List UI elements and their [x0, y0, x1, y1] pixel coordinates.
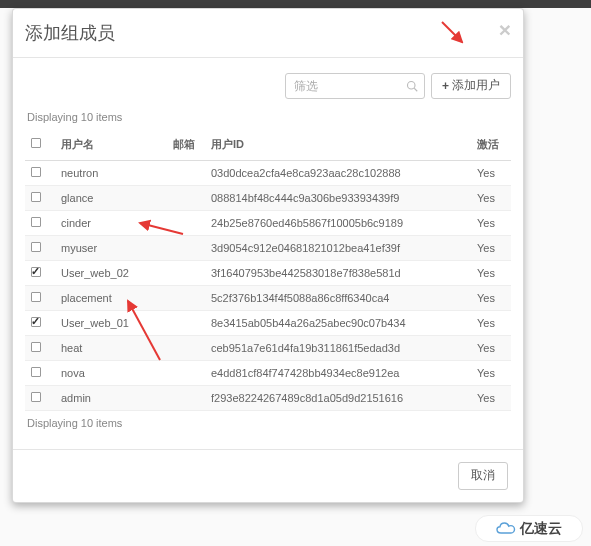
cell-active: Yes — [471, 335, 511, 360]
cell-username: nova — [55, 360, 167, 385]
displaying-count-bottom: Displaying 10 items — [25, 417, 511, 429]
add-user-button[interactable]: + 添加用户 — [431, 73, 511, 99]
col-header-username[interactable]: 用户名 — [55, 129, 167, 161]
cell-active: Yes — [471, 285, 511, 310]
plus-icon: + — [442, 79, 449, 93]
cell-userid: 03d0dcea2cfa4e8ca923aac28c102888 — [205, 160, 471, 185]
close-button[interactable]: × — [499, 19, 511, 40]
cell-email — [167, 210, 205, 235]
add-group-members-modal: 添加组成员 × + 添加用户 Displaying 10 items — [12, 8, 524, 503]
users-table: 用户名 邮箱 用户ID 激活 neutron03d0dcea2cfa4e8ca9… — [25, 129, 511, 411]
col-header-email[interactable]: 邮箱 — [167, 129, 205, 161]
cell-userid: f293e8224267489c8d1a05d9d2151616 — [205, 385, 471, 410]
cell-email — [167, 360, 205, 385]
cell-userid: e4dd81cf84f747428bb4934ec8e912ea — [205, 360, 471, 385]
cell-active: Yes — [471, 260, 511, 285]
svg-line-1 — [414, 88, 417, 91]
cell-userid: 088814bf48c444c9a306be93393439f9 — [205, 185, 471, 210]
table-body: neutron03d0dcea2cfa4e8ca923aac28c102888Y… — [25, 160, 511, 410]
cell-username: admin — [55, 385, 167, 410]
row-checkbox[interactable] — [31, 192, 41, 202]
cell-username: User_web_02 — [55, 260, 167, 285]
cell-active: Yes — [471, 310, 511, 335]
table-row[interactable]: glance088814bf48c444c9a306be93393439f9Ye… — [25, 185, 511, 210]
cell-active: Yes — [471, 385, 511, 410]
filter-wrap — [285, 73, 425, 99]
select-all-checkbox[interactable] — [31, 138, 41, 148]
table-header-row: 用户名 邮箱 用户ID 激活 — [25, 129, 511, 161]
add-user-label: 添加用户 — [452, 77, 500, 94]
cell-username: cinder — [55, 210, 167, 235]
table-row[interactable]: placement5c2f376b134f4f5088a86c8ff6340ca… — [25, 285, 511, 310]
cell-username: glance — [55, 185, 167, 210]
cell-email — [167, 185, 205, 210]
cell-username: neutron — [55, 160, 167, 185]
cell-userid: 3f16407953be442583018e7f838e581d — [205, 260, 471, 285]
cancel-button[interactable]: 取消 — [458, 462, 508, 490]
cell-userid: 8e3415ab05b44a26a25abec90c07b434 — [205, 310, 471, 335]
modal-body: + 添加用户 Displaying 10 items 用户名 邮箱 用户ID 激… — [13, 58, 523, 449]
row-checkbox[interactable] — [31, 217, 41, 227]
table-row[interactable]: neutron03d0dcea2cfa4e8ca923aac28c102888Y… — [25, 160, 511, 185]
cell-active: Yes — [471, 210, 511, 235]
row-checkbox[interactable] — [31, 292, 41, 302]
cell-userid: 5c2f376b134f4f5088a86c8ff6340ca4 — [205, 285, 471, 310]
cell-email — [167, 310, 205, 335]
row-checkbox[interactable] — [31, 392, 41, 402]
table-row[interactable]: User_web_023f16407953be442583018e7f838e5… — [25, 260, 511, 285]
cell-email — [167, 335, 205, 360]
watermark-text: 亿速云 — [520, 520, 562, 538]
cell-username: myuser — [55, 235, 167, 260]
toolbar: + 添加用户 — [25, 73, 511, 99]
table-row[interactable]: adminf293e8224267489c8d1a05d9d2151616Yes — [25, 385, 511, 410]
cell-userid: 24b25e8760ed46b5867f10005b6c9189 — [205, 210, 471, 235]
cell-email — [167, 235, 205, 260]
col-header-userid[interactable]: 用户ID — [205, 129, 471, 161]
table-row[interactable]: cinder24b25e8760ed46b5867f10005b6c9189Ye… — [25, 210, 511, 235]
col-header-active[interactable]: 激活 — [471, 129, 511, 161]
cell-email — [167, 385, 205, 410]
search-icon — [406, 80, 418, 92]
cell-username: heat — [55, 335, 167, 360]
row-checkbox[interactable] — [31, 317, 41, 327]
table-row[interactable]: myuser3d9054c912e04681821012bea41ef39fYe… — [25, 235, 511, 260]
cell-email — [167, 260, 205, 285]
cell-active: Yes — [471, 185, 511, 210]
top-bar — [0, 0, 591, 8]
table-row[interactable]: novae4dd81cf84f747428bb4934ec8e912eaYes — [25, 360, 511, 385]
cell-username: User_web_01 — [55, 310, 167, 335]
displaying-count-top: Displaying 10 items — [25, 111, 511, 123]
cell-email — [167, 160, 205, 185]
cell-active: Yes — [471, 235, 511, 260]
row-checkbox[interactable] — [31, 267, 41, 277]
row-checkbox[interactable] — [31, 367, 41, 377]
row-checkbox[interactable] — [31, 167, 41, 177]
cell-username: placement — [55, 285, 167, 310]
filter-input[interactable] — [285, 73, 425, 99]
row-checkbox[interactable] — [31, 342, 41, 352]
cell-userid: 3d9054c912e04681821012bea41ef39f — [205, 235, 471, 260]
svg-point-0 — [407, 81, 415, 89]
cell-active: Yes — [471, 160, 511, 185]
cloud-icon — [496, 522, 516, 536]
table-row[interactable]: User_web_018e3415ab05b44a26a25abec90c07b… — [25, 310, 511, 335]
row-checkbox[interactable] — [31, 242, 41, 252]
col-header-checkbox — [25, 129, 55, 161]
modal-header: 添加组成员 × — [13, 9, 523, 58]
modal-footer: 取消 — [13, 449, 523, 502]
cell-userid: ceb951a7e61d4fa19b311861f5edad3d — [205, 335, 471, 360]
cell-email — [167, 285, 205, 310]
table-row[interactable]: heatceb951a7e61d4fa19b311861f5edad3dYes — [25, 335, 511, 360]
yisu-watermark: 亿速云 — [475, 515, 583, 542]
cell-active: Yes — [471, 360, 511, 385]
modal-title: 添加组成员 — [25, 23, 508, 45]
